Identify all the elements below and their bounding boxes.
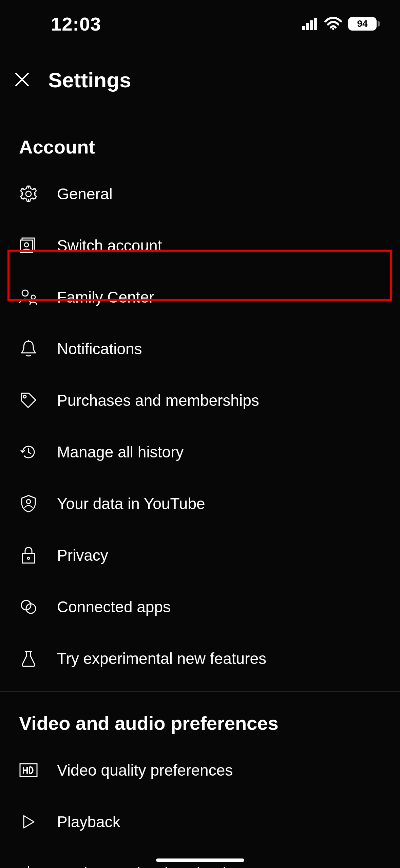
svg-rect-1 (306, 23, 309, 30)
row-switch-account[interactable]: Switch account (0, 220, 400, 271)
shield-user-icon (19, 494, 38, 513)
row-family-center[interactable]: Family Center (0, 271, 400, 323)
svg-point-4 (332, 28, 334, 30)
section-divider (0, 691, 400, 692)
svg-marker-26 (24, 816, 34, 828)
settings-scroll-area[interactable]: Account General (0, 122, 400, 868)
row-label: Your data in YouTube (57, 494, 205, 513)
status-time: 12:03 (51, 13, 101, 35)
bell-icon (19, 339, 38, 358)
row-label: Purchases and memberships (57, 391, 259, 410)
row-label: Connected apps (57, 598, 171, 616)
row-history[interactable]: Manage all history (0, 426, 400, 478)
svg-rect-0 (302, 26, 305, 30)
close-icon (14, 71, 31, 89)
section-title-video-audio: Video and audio preferences (0, 699, 400, 744)
family-icon (19, 288, 38, 307)
lock-icon (19, 546, 38, 565)
row-label: Try experimental new features (57, 649, 266, 668)
svg-point-14 (23, 395, 26, 398)
row-your-data[interactable]: Your data in YouTube (0, 478, 400, 529)
svg-rect-9 (20, 240, 33, 252)
row-video-quality[interactable]: Video quality preferences (0, 744, 400, 796)
download-icon (19, 864, 38, 868)
svg-point-12 (31, 295, 35, 299)
row-label: Notifications (57, 340, 142, 358)
svg-rect-3 (314, 18, 317, 30)
connected-apps-icon (19, 597, 38, 616)
gear-icon (19, 184, 38, 203)
row-label: Playback (57, 813, 120, 831)
row-label: Switch account (57, 236, 162, 255)
section-title-account: Account (0, 122, 400, 168)
svg-rect-16 (22, 554, 35, 563)
hd-icon (19, 761, 38, 780)
wifi-icon (324, 17, 342, 30)
row-purchases[interactable]: Purchases and memberships (0, 375, 400, 426)
svg-rect-2 (310, 20, 313, 30)
row-label: Video quality preferences (57, 761, 233, 779)
switch-account-icon (19, 236, 38, 255)
svg-point-15 (26, 500, 31, 504)
row-label: General (57, 185, 113, 203)
row-general[interactable]: General (0, 168, 400, 220)
play-icon (19, 812, 38, 831)
row-privacy[interactable]: Privacy (0, 529, 400, 581)
close-button[interactable] (13, 71, 31, 89)
history-icon (19, 442, 38, 462)
battery-icon: 94 (348, 17, 380, 31)
row-notifications[interactable]: Notifications (0, 323, 400, 375)
row-playback[interactable]: Playback (0, 796, 400, 848)
row-connected-apps[interactable]: Connected apps (0, 581, 400, 633)
svg-point-11 (22, 290, 28, 296)
battery-percent: 94 (348, 17, 377, 31)
cellular-signal-icon (302, 18, 318, 30)
row-experimental[interactable]: Try experimental new features (0, 633, 400, 684)
status-right: 94 (302, 17, 380, 31)
row-label: Background & downloads (57, 864, 234, 868)
tag-icon (19, 391, 38, 410)
page-header: Settings (0, 68, 400, 92)
row-label: Manage all history (57, 443, 184, 461)
row-label: Family Center (57, 288, 154, 306)
svg-point-17 (27, 557, 30, 559)
flask-icon (19, 649, 38, 668)
row-label: Privacy (57, 546, 108, 564)
page-title: Settings (48, 68, 131, 92)
row-background-downloads[interactable]: Background & downloads (0, 848, 400, 868)
svg-rect-21 (20, 764, 37, 777)
status-bar: 12:03 94 (0, 0, 400, 48)
svg-point-7 (26, 191, 31, 197)
home-indicator[interactable] (156, 858, 244, 862)
